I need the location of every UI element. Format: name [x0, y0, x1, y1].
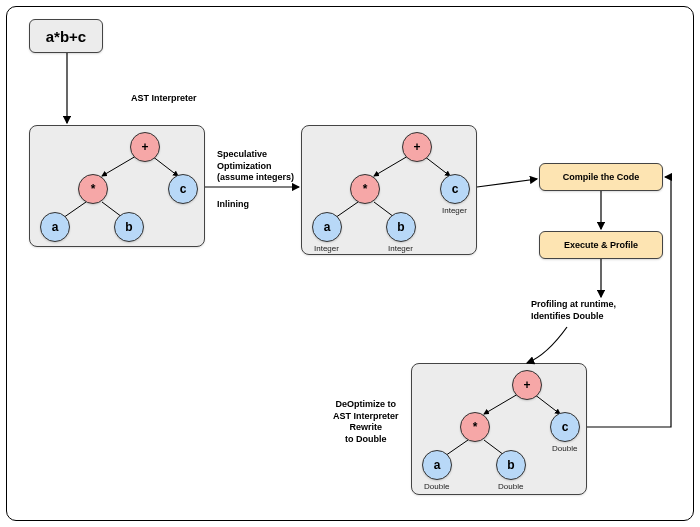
connectors	[7, 7, 695, 522]
diagram-canvas: a*b+c AST Interpreter + * c a b Speculat…	[6, 6, 694, 521]
svg-line-14	[477, 179, 537, 187]
